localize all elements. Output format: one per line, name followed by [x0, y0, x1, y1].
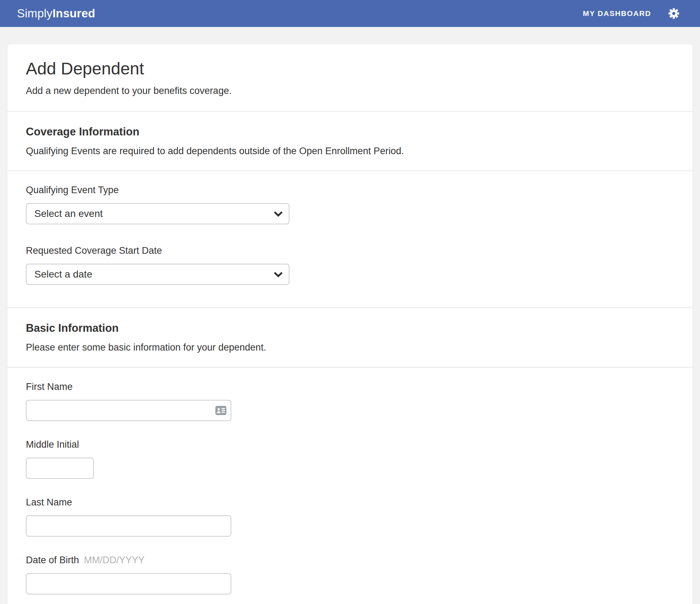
qualifying-event-type-label: Qualifying Event Type	[26, 184, 674, 196]
middle-initial-group: Middle Initial	[26, 438, 674, 479]
qualifying-event-type-select[interactable]: Select an event	[26, 203, 289, 224]
date-of-birth-group: Date of BirthMM/DD/YYYY	[26, 554, 674, 594]
chevron-down-icon	[273, 211, 283, 217]
add-dependent-card: Add Dependent Add a new dependent to you…	[7, 44, 693, 604]
coverage-section-description: Qualifying Events are required to add de…	[26, 144, 674, 158]
qualifying-event-type-value: Select an event	[34, 208, 103, 219]
page-subtitle: Add a new dependent to your benefits cov…	[26, 84, 674, 97]
coverage-section-heading: Coverage Information	[26, 125, 674, 139]
coverage-start-date-group: Requested Coverage Start Date Select a d…	[26, 244, 674, 285]
coverage-form: Qualifying Event Type Select an event Re…	[7, 171, 693, 307]
navbar-right: MY DASHBOARD	[583, 8, 679, 19]
last-name-group: Last Name	[26, 496, 674, 537]
my-dashboard-link[interactable]: MY DASHBOARD	[583, 9, 651, 18]
coverage-start-date-value: Select a date	[34, 269, 92, 280]
brand-logo-bold: Insured	[52, 7, 95, 20]
navbar: SimplyInsured MY DASHBOARD	[0, 0, 700, 27]
coverage-start-date-select[interactable]: Select a date	[26, 264, 289, 285]
first-name-group: First Name	[26, 380, 674, 421]
basic-form: First Name Middle Initial	[7, 368, 693, 604]
first-name-label: First Name	[26, 380, 674, 393]
page-title: Add Dependent	[26, 58, 674, 79]
first-name-input[interactable]	[26, 400, 231, 421]
contact-card-icon[interactable]	[215, 406, 226, 415]
basic-section-description: Please enter some basic information for …	[26, 341, 674, 354]
first-name-input-wrap	[26, 400, 231, 421]
last-name-label: Last Name	[26, 496, 674, 509]
date-of-birth-label-text: Date of Birth	[26, 555, 79, 565]
page-header: Add Dependent Add a new dependent to you…	[7, 44, 693, 111]
date-of-birth-format-hint: MM/DD/YYYY	[84, 555, 145, 565]
coverage-section-intro: Coverage Information Qualifying Events a…	[7, 112, 693, 170]
brand-logo-normal: Simply	[17, 7, 52, 20]
qualifying-event-type-group: Qualifying Event Type Select an event	[26, 184, 674, 224]
middle-initial-label: Middle Initial	[26, 438, 674, 451]
brand-logo[interactable]: SimplyInsured	[17, 7, 95, 20]
date-of-birth-label: Date of BirthMM/DD/YYYY	[26, 554, 674, 566]
middle-initial-input[interactable]	[26, 458, 94, 479]
last-name-input[interactable]	[26, 515, 231, 537]
date-of-birth-input[interactable]	[26, 573, 231, 594]
gear-icon[interactable]	[668, 8, 679, 19]
chevron-down-icon	[273, 272, 283, 278]
basic-section-intro: Basic Information Please enter some basi…	[7, 308, 693, 367]
coverage-start-date-label: Requested Coverage Start Date	[26, 244, 674, 257]
basic-section-heading: Basic Information	[26, 321, 674, 335]
